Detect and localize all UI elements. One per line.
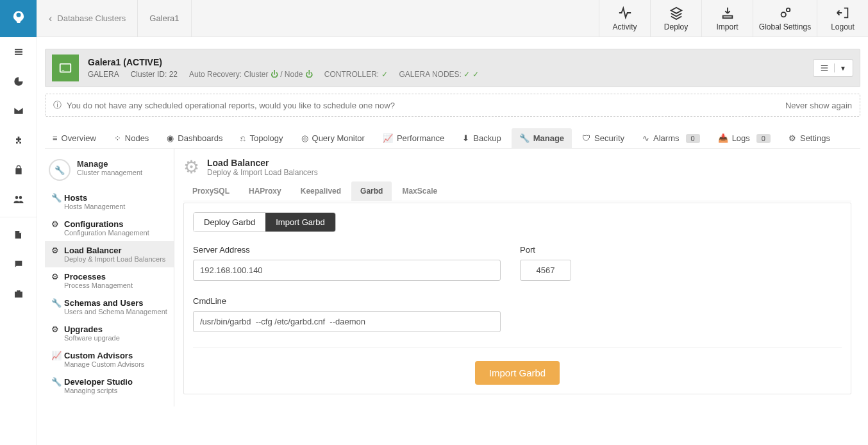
manage-item-hosts[interactable]: 🔧HostsHosts Management: [45, 189, 174, 215]
manage-subtitle: Cluster management: [77, 169, 142, 176]
gears-icon: [778, 6, 792, 20]
info-icon: ⓘ: [53, 99, 62, 111]
gear-icon: ⚙: [51, 324, 59, 334]
manage-item-dev-studio[interactable]: 🔧Developer StudioManaging scripts: [45, 373, 174, 399]
caret-down-icon: ▼: [840, 65, 846, 72]
manage-item-schemas[interactable]: 🔧Schemas and UsersUsers and Schema Manag…: [45, 294, 174, 320]
notice-bar: ⓘ You do not have any scheduled operatio…: [45, 94, 860, 117]
lb-subtabs: ProxySQL HAProxy Keepalived Garbd MaxSca…: [183, 181, 851, 201]
import-garbd-button[interactable]: Import Garbd: [475, 361, 560, 385]
cluster-id: Cluster ID: 22: [131, 70, 178, 79]
wrench-icon: 🔧: [519, 133, 530, 143]
logs-count: 0: [756, 134, 771, 143]
mode-toggle: Deploy Garbd Import Garbd: [193, 212, 336, 232]
activity-icon: [618, 6, 632, 20]
list-icon: ≡: [53, 133, 58, 143]
top-action-label: Activity: [612, 22, 637, 31]
top-action-global-settings[interactable]: Global Settings: [753, 0, 817, 37]
subtab-proxysql[interactable]: ProxySQL: [183, 181, 238, 201]
alarms-count: 0: [686, 134, 700, 143]
tab-overview[interactable]: ≡Overview: [45, 128, 104, 148]
top-action-label: Logout: [831, 22, 855, 31]
rail-gift-icon[interactable]: [0, 279, 37, 308]
pill-import[interactable]: Import Garbd: [265, 213, 335, 231]
cmdline-input[interactable]: [193, 311, 501, 332]
wrench-icon: 🔧: [51, 377, 59, 387]
controller-status: CONTROLLER: ✓: [324, 70, 388, 79]
subtab-maxscale[interactable]: MaxScale: [393, 181, 446, 201]
power-icon: ⏻: [271, 70, 278, 79]
breadcrumb-root[interactable]: Database Clusters: [37, 0, 138, 37]
svg-rect-2: [60, 64, 71, 72]
rail-clusters-icon[interactable]: [0, 37, 37, 67]
top-action-activity[interactable]: Activity: [599, 0, 650, 37]
tab-backup[interactable]: ⬇Backup: [455, 128, 508, 148]
tab-settings[interactable]: ⚙Settings: [781, 128, 838, 148]
svg-rect-3: [62, 71, 65, 71]
topbar: Database Clusters Galera1 Activity Deplo…: [37, 0, 868, 37]
power-icon: ⏻: [305, 70, 313, 79]
gear-icon: ⚙: [789, 133, 796, 143]
tab-nodes[interactable]: ⁘Nodes: [106, 128, 157, 148]
cluster-status-icon: [52, 55, 79, 81]
wrench-icon: 🔧: [51, 193, 59, 203]
server-address-input[interactable]: [193, 260, 501, 281]
subtab-garbd[interactable]: Garbd: [351, 181, 392, 201]
manage-item-load-balancer[interactable]: ⚙Load BalancerDeploy & Import Load Balan…: [45, 241, 174, 267]
tab-query-monitor[interactable]: ◎Query Monitor: [294, 128, 372, 148]
cmdline-label: CmdLine: [193, 296, 501, 306]
pill-deploy[interactable]: Deploy Garbd: [194, 213, 265, 231]
notice-dismiss[interactable]: Never show again: [785, 101, 852, 110]
signal-icon: ∿: [642, 133, 649, 143]
port-input[interactable]: [520, 260, 571, 281]
app-logo[interactable]: [0, 0, 37, 37]
panel-subtitle: Deploy & Import Load Balancers: [207, 168, 318, 177]
tab-topology[interactable]: ⎌Topology: [233, 128, 290, 148]
tab-security[interactable]: 🛡Security: [574, 128, 632, 148]
top-action-deploy[interactable]: Deploy: [650, 0, 701, 37]
rail-mail-icon[interactable]: [0, 96, 37, 126]
tab-manage[interactable]: 🔧Manage: [512, 128, 572, 148]
manage-title: Manage: [77, 159, 142, 169]
manage-item-configurations[interactable]: ⚙ConfigurationsConfiguration Management: [45, 215, 174, 241]
manage-item-processes[interactable]: ⚙ProcessesProcess Management: [45, 267, 174, 294]
panel-title: Load Balancer: [207, 158, 318, 168]
top-action-label: Import: [716, 22, 738, 31]
shield-icon: 🛡: [582, 133, 590, 143]
gear-icon: ⚙: [51, 246, 59, 255]
rail-integrations-icon[interactable]: [0, 126, 37, 155]
breadcrumb-current[interactable]: Galera1: [138, 0, 191, 37]
tab-dashboards[interactable]: ◉Dashboards: [159, 128, 230, 148]
eye-icon: ◎: [301, 133, 308, 143]
rail-users-icon[interactable]: [0, 185, 37, 214]
top-action-import[interactable]: Import: [701, 0, 753, 37]
check-icon: ✓: [472, 70, 479, 79]
svg-point-1: [786, 8, 790, 12]
tab-alarms[interactable]: ∿Alarms0: [635, 128, 708, 148]
cluster-actions-dropdown[interactable]: ▼: [813, 59, 853, 77]
wrench-icon: 🔧: [51, 298, 59, 308]
subtab-keepalived[interactable]: Keepalived: [292, 181, 350, 201]
check-icon: ✓: [463, 70, 470, 79]
main-tabs: ≡Overview ⁘Nodes ◉Dashboards ⎌Topology ◎…: [45, 128, 860, 149]
import-icon: [721, 6, 735, 20]
subtab-haproxy[interactable]: HAProxy: [240, 181, 290, 201]
nodes-icon: ⁘: [114, 133, 121, 143]
topology-icon: ⎌: [240, 133, 246, 143]
manage-item-upgrades[interactable]: ⚙UpgradesSoftware upgrade: [45, 320, 174, 346]
download-icon: ⬇: [462, 133, 469, 143]
logout-icon: [836, 6, 850, 20]
cluster-type: GALERA: [88, 70, 119, 79]
tab-performance[interactable]: 📈Performance: [375, 128, 452, 148]
port-label: Port: [520, 245, 571, 255]
top-action-logout[interactable]: Logout: [817, 0, 868, 37]
manage-item-advisors[interactable]: 📈Custom AdvisorsManage Custom Advisors: [45, 346, 174, 373]
rail-reports-icon[interactable]: [0, 67, 37, 96]
top-action-label: Deploy: [664, 22, 688, 31]
rail-key-icon[interactable]: [0, 155, 37, 185]
tab-logs[interactable]: 📥Logs0: [710, 128, 778, 148]
notice-text[interactable]: You do not have any scheduled operationa…: [67, 101, 785, 110]
nodes-status: GALERA NODES: ✓ ✓: [399, 70, 479, 79]
rail-docs-icon[interactable]: [0, 220, 37, 249]
rail-support-icon[interactable]: [0, 249, 37, 279]
